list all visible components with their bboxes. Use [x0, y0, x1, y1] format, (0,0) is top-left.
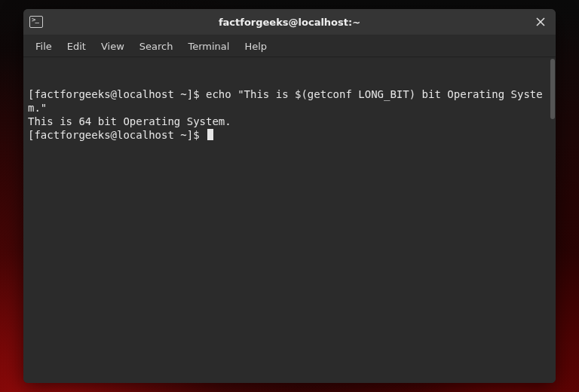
scrollbar-thumb[interactable] — [550, 59, 555, 119]
terminal-prompt-line: [factforgeeks@localhost ~]$ echo "This i… — [28, 87, 551, 115]
terminal-output-line: This is 64 bit Operating System. — [28, 115, 551, 128]
menu-terminal[interactable]: Terminal — [180, 38, 237, 55]
menubar: File Edit View Search Terminal Help — [23, 35, 556, 57]
desktop-background: factforgeeks@localhost:~ File Edit View … — [0, 0, 579, 392]
terminal-prompt-line: [factforgeeks@localhost ~]$ — [28, 128, 551, 142]
window-title: factforgeeks@localhost:~ — [23, 17, 556, 28]
menu-search[interactable]: Search — [132, 38, 181, 55]
close-button[interactable] — [525, 9, 556, 35]
window-titlebar[interactable]: factforgeeks@localhost:~ — [23, 9, 556, 35]
menu-view[interactable]: View — [93, 38, 132, 55]
terminal-app-icon — [23, 16, 49, 28]
menu-help[interactable]: Help — [237, 38, 274, 55]
terminal-window: factforgeeks@localhost:~ File Edit View … — [23, 9, 556, 383]
menu-file[interactable]: File — [28, 38, 60, 55]
close-icon — [536, 17, 545, 26]
terminal-cursor — [207, 129, 213, 140]
terminal-viewport[interactable]: [factforgeeks@localhost ~]$ echo "This i… — [23, 57, 556, 383]
menu-edit[interactable]: Edit — [60, 38, 93, 55]
scrollbar[interactable] — [550, 57, 556, 383]
